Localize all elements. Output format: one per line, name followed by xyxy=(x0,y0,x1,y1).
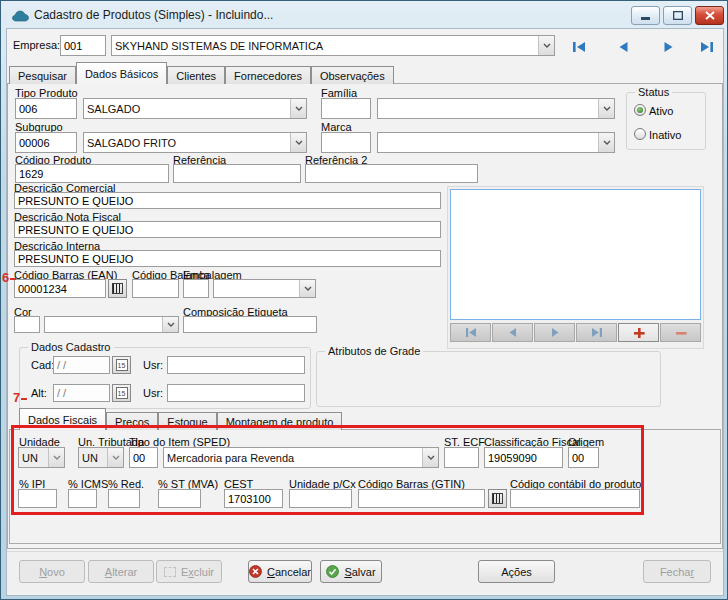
origem-input[interactable] xyxy=(568,447,599,468)
nav-next-icon xyxy=(660,40,676,54)
close-button[interactable] xyxy=(695,6,724,25)
alterar-button[interactable]: Alterar xyxy=(88,560,154,583)
chevron-down-icon xyxy=(295,140,303,145)
gtin-barcode-button[interactable] xyxy=(488,489,507,508)
empresa-combo-arrow[interactable] xyxy=(538,36,554,55)
tipo-item-sped-combo[interactable]: Mercadoria para Revenda xyxy=(163,447,439,468)
chevron-down-icon xyxy=(543,43,551,48)
descricao-interna-input[interactable] xyxy=(14,250,441,267)
embalagem-combo-arrow[interactable] xyxy=(299,280,315,297)
cor-combo[interactable] xyxy=(44,316,179,333)
maximize-button[interactable] xyxy=(663,6,692,25)
alt-usr-input[interactable] xyxy=(167,384,305,402)
tipo-item-sped-combo-arrow[interactable] xyxy=(422,448,438,467)
familia-code-input[interactable] xyxy=(321,98,371,119)
marca-combo[interactable] xyxy=(377,132,615,153)
subtab-dados-fiscais[interactable]: Dados Fiscais xyxy=(19,408,106,430)
excluir-ghost-icon xyxy=(164,567,176,577)
radio-ativo[interactable] xyxy=(634,104,646,116)
alterar-button-label: Alterar xyxy=(105,566,137,578)
tab-fornecedores[interactable]: Fornecedores xyxy=(225,66,311,84)
tipo-produto-combo-arrow[interactable] xyxy=(290,99,306,118)
minus-icon xyxy=(675,327,687,339)
nav-first-button[interactable] xyxy=(569,37,589,57)
cor-combo-arrow[interactable] xyxy=(162,317,178,332)
cest-input[interactable] xyxy=(224,489,283,508)
tab-observacoes[interactable]: Observações xyxy=(311,66,394,84)
image-remove-button[interactable] xyxy=(660,323,701,342)
dados-cadastro-label: Dados Cadastro xyxy=(28,341,114,353)
image-first-button[interactable] xyxy=(450,323,491,342)
radio-inativo[interactable] xyxy=(634,128,646,140)
unidade-combo[interactable]: UN xyxy=(18,447,65,468)
chevron-down-icon xyxy=(427,455,435,460)
acoes-button[interactable]: Ações xyxy=(478,560,555,583)
referencia-input[interactable] xyxy=(173,164,301,183)
salvar-button[interactable]: Salvar xyxy=(320,560,382,583)
st-mva-input[interactable] xyxy=(158,489,201,508)
image-previous-button[interactable] xyxy=(492,323,533,342)
embalagem-combo[interactable] xyxy=(213,279,316,298)
tab-dados-basicos[interactable]: Dados Básicos xyxy=(76,62,167,84)
fechar-button[interactable]: Fechar xyxy=(643,560,711,583)
nav-last-button[interactable] xyxy=(697,37,717,57)
tipo-item-sped-code-input[interactable] xyxy=(129,447,158,468)
codigo-produto-input[interactable] xyxy=(15,164,169,183)
empresa-combo[interactable]: SKYHAND SISTEMAS DE INFORMATICA xyxy=(111,35,555,56)
subtab-label: Preços xyxy=(115,416,149,428)
marca-code-input[interactable] xyxy=(321,132,371,153)
nav-next-button[interactable] xyxy=(658,37,678,57)
subtab-estoque[interactable]: Estoque xyxy=(158,412,216,430)
cancelar-button[interactable]: Cancelar xyxy=(248,560,312,583)
image-next-button[interactable] xyxy=(534,323,575,342)
tipo-item-sped-combo-value: Mercadoria para Revenda xyxy=(164,452,422,464)
window-titlebar[interactable]: Cadastro de Produtos (Simples) - Incluin… xyxy=(2,1,728,28)
familia-combo[interactable] xyxy=(377,98,615,119)
red-input[interactable] xyxy=(108,489,140,508)
empresa-label: Empresa: xyxy=(13,39,60,51)
subtab-montagem[interactable]: Montagem de produto xyxy=(217,412,343,430)
descricao-nota-fiscal-input[interactable] xyxy=(14,221,441,238)
marca-combo-arrow[interactable] xyxy=(598,133,614,152)
tab-clientes[interactable]: Clientes xyxy=(167,66,225,84)
cad-date-input[interactable] xyxy=(53,356,110,374)
subgrupo-code-input[interactable] xyxy=(15,132,77,153)
composicao-etiqueta-input[interactable] xyxy=(183,316,317,333)
referencia2-input[interactable] xyxy=(305,164,478,183)
image-last-button[interactable] xyxy=(576,323,617,342)
ean-barcode-button[interactable] xyxy=(108,279,127,298)
tipo-produto-code-input[interactable] xyxy=(15,98,77,119)
plus-icon xyxy=(633,327,645,339)
codigo-barras-gtin-input[interactable] xyxy=(358,489,485,508)
codigo-balanca-input[interactable] xyxy=(132,279,179,298)
tab-pesquisar[interactable]: Pesquisar xyxy=(9,66,76,84)
codigo-barras-ean-input[interactable] xyxy=(14,279,106,298)
embalagem-code-input[interactable] xyxy=(183,279,209,298)
unidade-combo-arrow[interactable] xyxy=(48,448,64,467)
un-tributada-combo[interactable]: UN xyxy=(78,447,124,468)
unidade-pcx-input[interactable] xyxy=(289,489,352,508)
subgrupo-combo-arrow[interactable] xyxy=(290,133,306,152)
cad-usr-input[interactable] xyxy=(167,356,305,374)
minimize-button[interactable] xyxy=(631,6,660,25)
tipo-produto-combo[interactable]: SALGADO xyxy=(83,98,307,119)
image-add-button[interactable] xyxy=(618,323,659,342)
novo-button[interactable]: Novo xyxy=(19,560,85,583)
descricao-comercial-input[interactable] xyxy=(14,192,441,209)
cad-calendar-button[interactable]: 15 xyxy=(112,356,131,374)
ipi-input[interactable] xyxy=(18,489,57,508)
classificacao-fiscal-input[interactable] xyxy=(484,447,563,468)
cor-code-input[interactable] xyxy=(14,316,40,333)
un-tributada-combo-arrow[interactable] xyxy=(107,448,123,467)
familia-combo-arrow[interactable] xyxy=(598,99,614,118)
subtab-precos[interactable]: Preços xyxy=(106,412,158,430)
icms-input[interactable] xyxy=(68,489,97,508)
empresa-code-input[interactable] xyxy=(60,35,106,56)
nav-previous-button[interactable] xyxy=(614,37,634,57)
subgrupo-combo[interactable]: SALGADO FRITO xyxy=(83,132,307,153)
st-ecf-input[interactable] xyxy=(444,447,479,468)
alt-date-input[interactable] xyxy=(53,384,110,402)
alt-calendar-button[interactable]: 15 xyxy=(112,384,131,402)
excluir-button[interactable]: Excluir xyxy=(156,560,222,583)
codigo-contabil-input[interactable] xyxy=(510,489,640,508)
